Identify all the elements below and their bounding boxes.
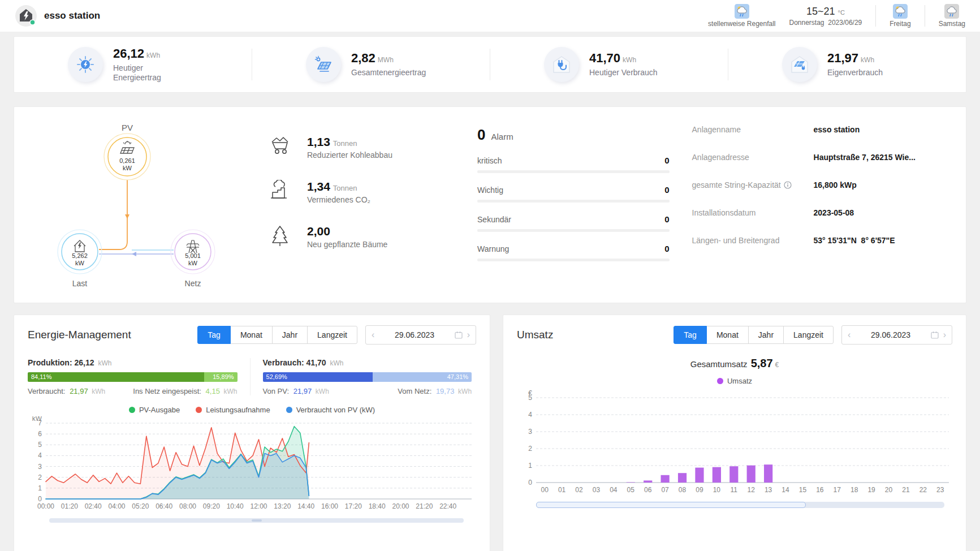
tab-langzeit[interactable]: Langzeit: [783, 326, 834, 344]
chevron-right-icon[interactable]: ›: [943, 330, 946, 339]
weather-date: Donnerstag 2023/06/29: [789, 19, 862, 27]
env-value: 2,00: [307, 225, 330, 238]
env-coal-row: 1,13Tonnen Reduzierter Kohleabbau: [270, 135, 472, 160]
load-power-unit: kW: [75, 260, 85, 266]
production-used-meta: Verbraucht: 21,97 kWh: [28, 387, 105, 395]
pv-power-value: 0,261: [119, 157, 135, 164]
svg-text:17:20: 17:20: [345, 502, 362, 510]
info-icon[interactable]: [784, 181, 792, 189]
tab-monat[interactable]: Monat: [706, 326, 749, 344]
svg-text:10: 10: [713, 486, 721, 494]
alarm-row-warning: Warnung 0: [477, 244, 670, 261]
svg-text:02:40: 02:40: [85, 502, 102, 510]
calendar-icon[interactable]: [455, 331, 463, 339]
revenue-chart-scrollbar[interactable]: [536, 502, 944, 508]
stat-value: 26,12: [113, 46, 144, 61]
grid-power-value: 5,001: [185, 252, 201, 259]
revenue-panel-title: Umsatz: [517, 329, 674, 341]
production-fed-meta: Ins Netz eingespeist: 4,15 kWh: [133, 387, 237, 395]
legend-umsatz[interactable]: Umsatz: [717, 377, 752, 385]
legend-pv-ausgabe[interactable]: PV-Ausgabe: [129, 406, 180, 414]
weather-strip: stellenweise Regenfall 15~21 °C Donnerst…: [708, 4, 965, 28]
legend-verbraucht-von-pv[interactable]: Verbraucht von PV (kW): [286, 406, 375, 414]
rain-sun-icon: [735, 4, 749, 19]
temp-range: 15~21 °C: [806, 6, 845, 18]
scrollbar-grip[interactable]: [252, 519, 262, 522]
stat-label: Heutiger Energieertrag: [113, 63, 192, 83]
kpi-stats-card: 26,12kWh Heutiger Energieertrag: [14, 36, 966, 93]
revenue-date-picker[interactable]: ‹ 29.06.2023 ›: [841, 325, 952, 345]
info-row-address: Anlagenadresse Hauptstraße 7, 26215 Wie.…: [692, 153, 949, 162]
tab-jahr[interactable]: Jahr: [272, 326, 308, 344]
svg-text:10:40: 10:40: [227, 502, 244, 510]
svg-text:3: 3: [528, 428, 532, 436]
date-value[interactable]: 29.06.2023: [374, 330, 454, 339]
rain-cloud-icon: [944, 4, 959, 19]
stat-total-yield: 2,82MWh Gesamtenergieertrag: [252, 47, 490, 82]
stat-label: Eigenverbrauch: [827, 68, 883, 78]
svg-text:09:20: 09:20: [203, 502, 220, 510]
consumption-pv-segment: 52,69%: [263, 372, 373, 382]
svg-text:06: 06: [644, 486, 652, 494]
env-unit: Tonnen: [333, 139, 357, 148]
solar-panel-icon: [306, 47, 341, 82]
svg-text:22: 22: [919, 486, 927, 494]
tab-tag[interactable]: Tag: [674, 326, 707, 344]
production-used-segment: 84,11%: [28, 372, 204, 382]
svg-text:05: 05: [627, 486, 635, 494]
stat-unit: kWh: [146, 51, 160, 59]
revenue-total: Gesamtumsatz5,87€: [517, 357, 952, 370]
energy-chart-legend: PV-Ausgabe Leistungsaufnahme Verbraucht …: [28, 406, 476, 414]
env-value: 1,34: [307, 180, 330, 193]
revenue-bar-chart: 012345€000102030405060708091011121314151…: [517, 388, 953, 498]
stat-value: 21,97: [827, 51, 858, 65]
scrollbar-thumb[interactable]: [536, 502, 806, 508]
legend-leistungsaufnahme[interactable]: Leistungsaufnahme: [196, 406, 270, 414]
svg-text:1: 1: [528, 462, 532, 470]
house-solar-icon: [782, 47, 817, 82]
date-value[interactable]: 29.06.2023: [851, 330, 930, 339]
svg-text:12:00: 12:00: [250, 502, 267, 510]
env-co2-row: 1,34Tonnen Vermiedenes CO₂: [270, 180, 472, 204]
weather-temp-date: 15~21 °C Donnerstag 2023/06/29: [789, 6, 862, 27]
info-value: 2023-05-08: [814, 208, 949, 217]
svg-text:18:40: 18:40: [369, 502, 386, 510]
energy-chart-scrollbar[interactable]: [49, 518, 464, 523]
svg-text:00:00: 00:00: [37, 502, 54, 510]
plant-name: esso station: [44, 10, 100, 21]
svg-text:21:20: 21:20: [416, 502, 433, 510]
revenue-period-tabs: Tag Monat Jahr Langzeit: [674, 326, 834, 344]
consumption-summary: Verbrauch: 41,70 kWh 52,69% 47,31% Von P…: [250, 358, 472, 395]
svg-text:4: 4: [528, 411, 532, 419]
svg-text:13: 13: [765, 486, 772, 494]
tab-monat[interactable]: Monat: [230, 326, 273, 344]
env-label: Reduzierter Kohleabbau: [307, 150, 392, 160]
alarm-total: 0: [477, 126, 485, 144]
production-fed-segment: 15,89%: [204, 372, 238, 382]
tab-langzeit[interactable]: Langzeit: [307, 326, 357, 344]
weather-day2: Freitag: [890, 20, 910, 28]
load-node-label: Last: [72, 279, 88, 288]
pv-power-unit: kW: [123, 165, 132, 171]
divider: [875, 5, 876, 27]
svg-text:07: 07: [661, 486, 669, 494]
alarm-label: Warnung: [477, 244, 509, 253]
svg-text:09: 09: [696, 486, 703, 494]
info-label: Längen- und Breitengrad: [692, 236, 814, 245]
info-label: Installationsdatum: [692, 208, 814, 217]
alarm-value: 0: [664, 244, 669, 253]
purple-dot-icon: [717, 378, 723, 384]
rain-sun-icon: [893, 4, 908, 19]
alarm-bar: [477, 170, 670, 173]
chevron-right-icon[interactable]: ›: [467, 330, 470, 339]
tab-jahr[interactable]: Jahr: [748, 326, 784, 344]
consumption-grid-meta: Vom Netz: 19,73 kWh: [398, 387, 472, 395]
energy-date-picker[interactable]: ‹ 29.06.2023 ›: [365, 325, 476, 345]
coal-cart-icon: [270, 135, 295, 158]
calendar-icon[interactable]: [931, 331, 939, 339]
tab-tag[interactable]: Tag: [197, 326, 231, 344]
info-value: esso station: [814, 125, 949, 134]
pv-node-label: PV: [122, 123, 133, 132]
home-plant-icon: [15, 5, 37, 27]
stat-self-consumption: 21,97kWh Eigenverbrauch: [728, 47, 966, 82]
